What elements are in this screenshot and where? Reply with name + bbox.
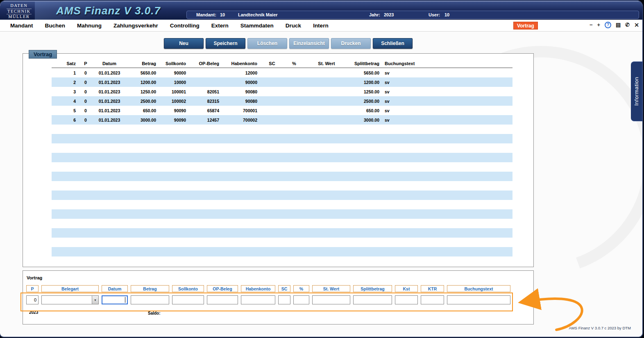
menu-item-mahnung[interactable]: Mahnung	[77, 23, 102, 29]
menu-item-buchen[interactable]: Buchen	[45, 23, 66, 29]
table-row[interactable]	[52, 153, 512, 162]
cell-datum: 01.01.2023	[93, 115, 126, 125]
cell-sollkonto	[159, 172, 188, 181]
table-row[interactable]	[52, 200, 512, 209]
cell-op_beleg	[188, 134, 224, 143]
cell-datum: 01.01.2023	[93, 96, 126, 106]
table-row[interactable]	[52, 209, 512, 219]
table-row[interactable]	[52, 247, 512, 256]
cell-habenkonto	[224, 209, 260, 219]
op-beleg-input[interactable]	[207, 295, 238, 304]
table-row[interactable]	[52, 219, 512, 228]
table-row[interactable]	[52, 191, 512, 200]
column-header-betrag: Betrag	[126, 59, 159, 68]
cell-datum	[93, 209, 126, 219]
close-button[interactable]: ✕	[634, 22, 639, 28]
cell-buchungstext	[382, 153, 512, 162]
table-row[interactable]	[52, 181, 512, 191]
cell-op_beleg	[188, 143, 224, 153]
table-row[interactable]: 2001.01.20231200.0010000900001200.00sv	[52, 77, 512, 87]
dtm-logo: DATEN TECHNIK MÜLLER	[7, 3, 32, 20]
loeschen-button[interactable]: Löschen	[247, 38, 287, 49]
schliessen-button[interactable]: Schließen	[373, 38, 413, 49]
cell-sollkonto: 90090	[159, 115, 188, 125]
cell-p	[78, 209, 93, 219]
p-input[interactable]	[26, 295, 39, 304]
cell-datum	[93, 228, 126, 238]
logo-line: MÜLLER	[7, 14, 32, 20]
buchungstext-input[interactable]	[447, 295, 510, 304]
table-row[interactable]: 5001.01.2023650.009009065874700001650.00…	[52, 106, 512, 115]
form-col-header-buchungstext: Buchungstext	[447, 285, 510, 292]
cell-betrag: 650.00	[126, 106, 159, 115]
zoom-in-button[interactable]: +	[597, 22, 600, 28]
cell-datum	[93, 256, 126, 266]
cell-sollkonto	[159, 219, 188, 228]
datum-input[interactable]	[102, 295, 128, 304]
menu-item-intern[interactable]: Intern	[313, 23, 329, 29]
tab-vortrag[interactable]: Vortrag	[29, 50, 57, 59]
vortrag-table: SatzPDatumBetragSollkontoOP-BelegHabenko…	[52, 59, 512, 266]
splittbetrag-input[interactable]	[353, 295, 392, 304]
cell-habenkonto	[224, 200, 260, 209]
cell-datum	[93, 125, 126, 134]
table-row[interactable]	[52, 143, 512, 153]
table-row[interactable]	[52, 256, 512, 266]
table-row[interactable]	[52, 228, 512, 238]
cell-splittbetrag	[349, 162, 382, 172]
cell-sc	[260, 87, 284, 96]
drucken-button[interactable]: Drucken	[331, 38, 371, 49]
betrag-input[interactable]	[131, 295, 169, 304]
menu-item-stammdaten[interactable]: Stammdaten	[240, 23, 274, 29]
cell-splittbetrag	[349, 153, 382, 162]
minimize-button[interactable]: −	[590, 22, 593, 28]
einzelansicht-button[interactable]: Einzelansicht	[289, 38, 329, 49]
cell-satz: 4	[52, 96, 78, 106]
table-row[interactable]: 4001.01.20232500.0010000282315900802500.…	[52, 96, 512, 106]
table-row[interactable]	[52, 162, 512, 172]
column-header-splittbetrag: Splittbetrag	[349, 59, 382, 68]
sc-input[interactable]	[278, 295, 290, 304]
cell-st_wert	[304, 200, 349, 209]
kst-input[interactable]	[395, 295, 418, 304]
phone-icon[interactable]: ✆	[625, 22, 630, 28]
document-icon[interactable]: ▤	[616, 22, 621, 28]
table-row[interactable]	[52, 125, 512, 134]
cell-st_wert	[304, 125, 349, 134]
st-wert-input[interactable]	[312, 295, 350, 304]
neu-button[interactable]: Neu	[164, 38, 204, 49]
speichern-button[interactable]: Speichern	[206, 38, 245, 49]
belegart-select[interactable]: ▼	[41, 295, 99, 304]
cell-sollkonto	[159, 247, 188, 256]
table-row[interactable]	[52, 134, 512, 143]
cell-op_beleg	[188, 238, 224, 247]
table-row[interactable]	[52, 238, 512, 247]
menu-item-extern[interactable]: Extern	[211, 23, 229, 29]
sollkonto-input[interactable]	[172, 295, 204, 304]
cell-pct	[284, 162, 304, 172]
habenkonto-input[interactable]	[241, 295, 275, 304]
cell-sc	[260, 228, 284, 238]
form-header-row: PBelegartDatumBetragSollkontoOP-BelegHab…	[26, 285, 510, 292]
cell-satz	[52, 162, 78, 172]
pct-input[interactable]	[293, 295, 309, 304]
ktr-input[interactable]	[421, 295, 444, 304]
information-side-tab[interactable]: Information	[631, 61, 642, 121]
chevron-down-icon[interactable]: ▼	[92, 296, 98, 304]
help-icon[interactable]: ?	[605, 22, 611, 28]
cell-satz	[52, 228, 78, 238]
table-row[interactable]: 3001.01.20231250.0010000182051900801250.…	[52, 87, 512, 96]
menu-item-druck[interactable]: Druck	[286, 23, 301, 29]
cell-sc	[260, 219, 284, 228]
cell-sc	[260, 181, 284, 191]
table-row[interactable]	[52, 172, 512, 181]
cell-betrag	[126, 209, 159, 219]
menu-item-controlling[interactable]: Controlling	[170, 23, 200, 29]
table-row[interactable]: 1001.01.20235650.0090000120005650.00sv	[52, 68, 512, 77]
menu-item-zahlungsverkehr[interactable]: Zahlungsverkehr	[113, 23, 158, 29]
menu-item-mandant[interactable]: Mandant	[10, 23, 33, 29]
cell-satz	[52, 219, 78, 228]
table-row[interactable]: 6001.01.20233000.0090090124577000023000.…	[52, 115, 512, 125]
cell-sc	[260, 115, 284, 125]
cell-datum	[93, 143, 126, 153]
